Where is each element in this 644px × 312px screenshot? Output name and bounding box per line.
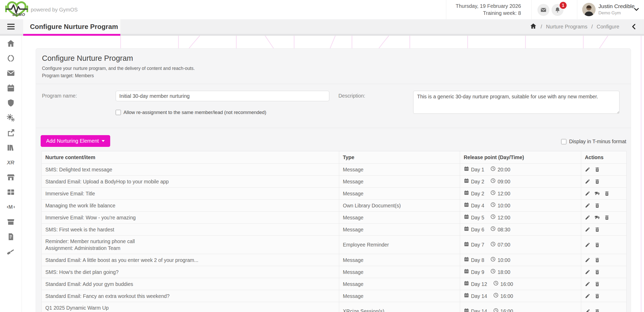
xrcize-icon: XR bbox=[7, 158, 15, 168]
planner-table-icon bbox=[7, 188, 15, 197]
release-time: 12:00 bbox=[498, 214, 510, 221]
edit-icon[interactable] bbox=[585, 269, 590, 275]
cell-content: SMS: Delighted text message bbox=[42, 164, 339, 176]
cell-release: Day 512:00 bbox=[460, 212, 581, 224]
cell-content: Immersive Email: Wow - you're amazing bbox=[42, 212, 339, 224]
delete-icon[interactable] bbox=[595, 203, 600, 208]
cell-release: Day 608:30 bbox=[460, 224, 581, 236]
edit-icon[interactable] bbox=[585, 167, 590, 172]
tminus-checkbox[interactable] bbox=[561, 139, 566, 144]
user-avatar[interactable] bbox=[582, 3, 596, 16]
reassign-checkbox[interactable] bbox=[116, 110, 121, 115]
edit-icon[interactable] bbox=[585, 257, 590, 263]
delete-icon[interactable] bbox=[595, 281, 600, 287]
release-time: 16:00 bbox=[500, 293, 513, 299]
edit-icon[interactable] bbox=[585, 227, 590, 232]
sidebar-item-circular-arrows[interactable] bbox=[0, 53, 22, 65]
clock-icon bbox=[490, 268, 496, 275]
breadcrumb-separator: / bbox=[541, 24, 542, 30]
table-row: Immersive Email: TitleMessageDay 212:00 bbox=[42, 188, 627, 200]
program-name-input[interactable] bbox=[116, 91, 329, 101]
shield-icon bbox=[7, 99, 15, 108]
sidebar-item-settings-gears[interactable] bbox=[0, 112, 22, 124]
edit-icon[interactable] bbox=[585, 242, 590, 248]
delete-icon[interactable] bbox=[595, 179, 600, 184]
breadcrumb-item-nurture-programs[interactable]: Nurture Programs bbox=[546, 24, 587, 30]
edit-icon[interactable] bbox=[585, 293, 590, 299]
calendar-icon bbox=[464, 166, 469, 173]
collapse-chevron-left-icon[interactable] bbox=[631, 23, 637, 31]
cell-type: XRcize Session(s) bbox=[339, 302, 460, 312]
cell-type: Message bbox=[339, 164, 460, 176]
clock-icon bbox=[490, 178, 496, 185]
content-line: Standard Email: Add your gym buddies bbox=[45, 281, 335, 287]
edit-icon[interactable] bbox=[585, 203, 590, 208]
add-nurturing-element-button[interactable]: Add Nurturing Element bbox=[41, 135, 110, 147]
user-name[interactable]: Justin Credible bbox=[598, 3, 635, 9]
deliver-icon[interactable] bbox=[595, 191, 600, 196]
delete-icon[interactable] bbox=[595, 227, 600, 232]
circular-arrows-icon bbox=[7, 54, 15, 64]
sidebar-item-documents[interactable] bbox=[0, 231, 22, 243]
cell-release: Day 120:00 bbox=[460, 164, 581, 176]
delete-icon[interactable] bbox=[604, 191, 610, 196]
content-line: Standard Email: Upload a BodyHop to your… bbox=[45, 178, 335, 185]
program-form: Program name: Allow re-assignment to the… bbox=[36, 84, 631, 128]
cell-content: SMS: How's the diet plan going? bbox=[42, 266, 339, 278]
sidebar-item-storefront[interactable] bbox=[0, 172, 22, 184]
release-time: 16:00 bbox=[500, 308, 513, 312]
shop-icon bbox=[7, 218, 15, 227]
panel-subheading: Configure your nurture program, and the … bbox=[42, 66, 624, 71]
release-time: 08:30 bbox=[498, 226, 510, 233]
cell-content: Q1 2025 Dynamic Warm UpIndustrial Streng… bbox=[42, 302, 339, 312]
delete-icon[interactable] bbox=[604, 215, 610, 220]
delete-icon[interactable] bbox=[595, 309, 600, 312]
sidebar-item-calendar[interactable] bbox=[0, 82, 22, 94]
cell-actions bbox=[581, 200, 627, 212]
deliver-icon[interactable] bbox=[595, 215, 600, 220]
sidebar-item-planner-table[interactable] bbox=[0, 187, 22, 199]
clock-icon bbox=[490, 202, 496, 209]
sidebar-item-shop[interactable] bbox=[0, 216, 22, 228]
library-icon bbox=[7, 143, 15, 153]
edit-icon[interactable] bbox=[585, 281, 590, 287]
sidebar-item-library[interactable] bbox=[0, 142, 22, 154]
header-type: Type bbox=[339, 151, 460, 164]
hamburger-menu-icon[interactable] bbox=[7, 24, 15, 29]
cell-type: Message bbox=[339, 176, 460, 188]
release-day: Day 7 bbox=[471, 241, 484, 248]
clock-icon bbox=[490, 190, 496, 197]
messages-button[interactable] bbox=[537, 4, 549, 16]
cell-release: Day 1216:00 bbox=[460, 278, 581, 290]
delete-icon[interactable] bbox=[595, 257, 600, 263]
sidebar-item-share[interactable] bbox=[0, 127, 22, 139]
cell-actions bbox=[581, 212, 627, 224]
cell-content: Immersive Email: Title bbox=[42, 188, 339, 200]
svg-text:XR: XR bbox=[7, 159, 14, 165]
user-menu-chevron-down-icon[interactable] bbox=[634, 7, 639, 13]
edit-icon[interactable] bbox=[585, 179, 590, 184]
sidebar-item-home[interactable] bbox=[0, 38, 22, 50]
sidebar-item-tools[interactable] bbox=[0, 246, 22, 258]
clock-icon bbox=[490, 241, 496, 248]
description-textarea[interactable]: This is a generic 30-day nurture program… bbox=[413, 91, 620, 114]
edit-icon[interactable] bbox=[585, 191, 590, 196]
delete-icon[interactable] bbox=[595, 242, 600, 248]
delete-icon[interactable] bbox=[595, 293, 600, 299]
gym-logo-icon[interactable]: DEMO bbox=[4, 1, 30, 19]
sidebar-item-shield[interactable] bbox=[0, 97, 22, 109]
calendar-icon bbox=[464, 292, 469, 299]
sidebar-item-myzone[interactable]: M bbox=[0, 201, 22, 213]
delete-icon[interactable] bbox=[595, 167, 600, 172]
breadcrumb-item-configure[interactable]: Configure bbox=[597, 24, 619, 30]
cell-type: Message bbox=[339, 254, 460, 266]
sidebar-item-messages[interactable] bbox=[0, 68, 22, 80]
sidebar-item-xrcize[interactable]: XR bbox=[0, 157, 22, 169]
breadcrumb-home-icon[interactable] bbox=[530, 23, 537, 31]
documents-icon bbox=[7, 232, 15, 242]
edit-icon[interactable] bbox=[585, 309, 590, 312]
edit-icon[interactable] bbox=[585, 215, 590, 220]
content-line: Q1 2025 Dynamic Warm Up bbox=[45, 304, 335, 311]
delete-icon[interactable] bbox=[595, 269, 600, 275]
logo-demo-label: DEMO bbox=[13, 12, 25, 17]
